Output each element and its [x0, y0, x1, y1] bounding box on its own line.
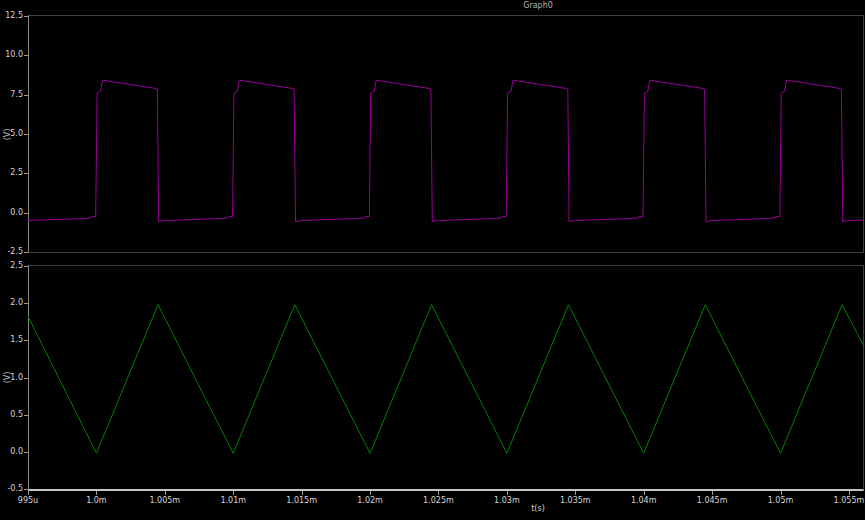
triangle-wave [28, 305, 864, 454]
y-tick-label: 2.5 [1, 262, 23, 270]
x-tick-label: 1.0m [86, 497, 107, 505]
y-tick [24, 489, 28, 490]
y-tick [24, 134, 28, 135]
x-tick-label: 1.025m [423, 497, 454, 505]
y-tick-label: 1.5 [1, 336, 23, 344]
x-tick [781, 491, 782, 495]
x-tick [96, 491, 97, 495]
x-tick-label: 995u [18, 497, 38, 505]
x-tick-label: 1.035m [560, 497, 591, 505]
x-tick [28, 491, 29, 495]
y-tick [24, 378, 28, 379]
y-tick [24, 252, 28, 253]
x-tick [849, 491, 850, 495]
x-tick [165, 491, 166, 495]
y-tick [24, 452, 28, 453]
y-tick [24, 173, 28, 174]
x-tick-label: 1.015m [286, 497, 317, 505]
x-tick-label: 1.045m [697, 497, 728, 505]
y-tick-label: 0.5 [1, 411, 23, 419]
x-tick [712, 491, 713, 495]
x-tick [644, 491, 645, 495]
y-tick-label: 1.0 [1, 374, 23, 382]
x-tick [438, 491, 439, 495]
y-tick-label: -2.5 [1, 248, 23, 256]
y-tick-label: 0.0 [1, 209, 23, 217]
y-tick-label: 2.5 [1, 169, 23, 177]
x-tick [575, 491, 576, 495]
y-tick [24, 95, 28, 96]
square-wave [28, 80, 864, 221]
y-tick-label: 5.0 [1, 130, 23, 138]
y-tick-label: 7.5 [1, 91, 23, 99]
x-tick [507, 491, 508, 495]
x-tick [233, 491, 234, 495]
x-tick-label: 1.055m [834, 497, 865, 505]
y-tick-label: 10.0 [1, 51, 23, 59]
x-tick-label: 1.01m [220, 497, 246, 505]
x-tick-label: 1.05m [768, 497, 794, 505]
x-tick [370, 491, 371, 495]
y-tick-label: -0.5 [1, 485, 23, 493]
y-tick-label: 12.5 [1, 12, 23, 20]
x-tick-label: 1.03m [494, 497, 520, 505]
y-tick-label: 2.0 [1, 299, 23, 307]
y-tick [24, 303, 28, 304]
graph-window: Graph0 (V) (V) 12.510.07.55.02.50.0-2.52… [0, 0, 865, 520]
y-tick-label: 0.0 [1, 448, 23, 456]
y-tick [24, 415, 28, 416]
y-tick [24, 55, 28, 56]
x-tick-label: 1.005m [149, 497, 180, 505]
waveform-canvas [0, 0, 865, 520]
y-tick [24, 16, 28, 17]
y-tick [24, 213, 28, 214]
x-tick [302, 491, 303, 495]
y-tick [24, 340, 28, 341]
x-tick-label: 1.02m [357, 497, 383, 505]
x-axis-label: t(s) [531, 504, 545, 513]
y-tick [24, 266, 28, 267]
x-tick-label: 1.04m [631, 497, 657, 505]
